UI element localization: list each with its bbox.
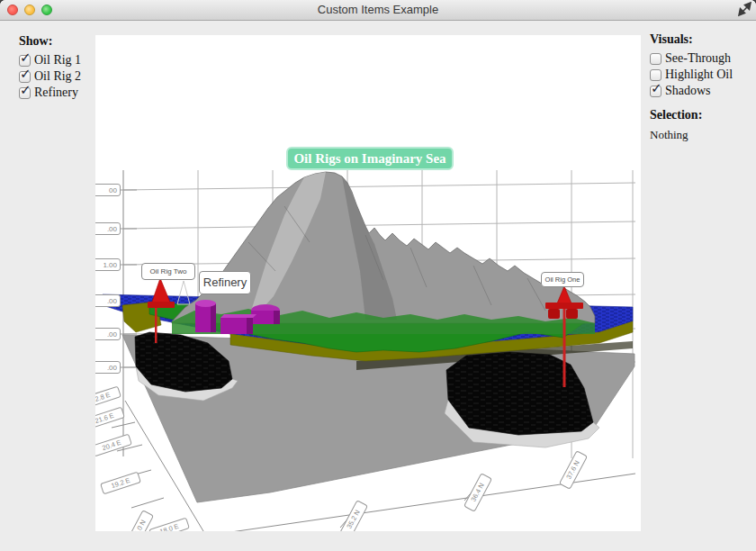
checkbox-label: Highlight Oil xyxy=(665,68,733,82)
checkbox-highlight-oil[interactable]: ✓ Highlight Oil xyxy=(650,67,733,83)
window-title: Custom Items Example xyxy=(0,0,756,20)
checkbox-box: ✓ xyxy=(650,86,662,97)
app-window: Custom Items Example Show: ✓ Oil Rig 1 ✓… xyxy=(0,0,756,551)
y-tick-label: .00 xyxy=(95,328,121,340)
checkbox-label: See-Through xyxy=(665,51,731,66)
mountain xyxy=(172,172,595,334)
label-oil-rig-one[interactable]: Oil Rig One xyxy=(541,272,584,287)
y-tick-label: .00 xyxy=(95,361,121,374)
y-tick-label: .00 xyxy=(95,222,121,235)
label-oil-rig-two[interactable]: Oil Rig Two xyxy=(141,263,195,280)
checkmark-icon: ✓ xyxy=(651,80,662,96)
checkbox-see-through[interactable]: ✓ See-Through xyxy=(650,50,733,67)
checkmark-icon: ✓ xyxy=(20,82,32,98)
surface-graph-view[interactable]: Oil Rigs on Imaginary Sea Oil Rig Two Re… xyxy=(95,35,641,531)
show-panel: Show: ✓ Oil Rig 1 ✓ Oil Rig 2 ✓ Refinery xyxy=(19,34,81,101)
selection-heading: Selection: xyxy=(650,108,733,122)
close-button[interactable] xyxy=(7,5,18,15)
graph-title: Oil Rigs on Imaginary Sea xyxy=(286,147,454,170)
selection-value: Nothing xyxy=(650,128,733,142)
visuals-heading: Visuals: xyxy=(650,32,733,47)
traffic-lights xyxy=(7,5,52,15)
y-tick-label: 1.00 xyxy=(95,258,121,271)
checkmark-icon: ✓ xyxy=(20,50,32,66)
checkbox-refinery[interactable]: ✓ Refinery xyxy=(19,85,81,101)
y-tick-label: .00 xyxy=(95,294,121,307)
minimize-button[interactable] xyxy=(24,5,35,15)
checkbox-box: ✓ xyxy=(650,53,662,65)
label-refinery[interactable]: Refinery xyxy=(199,271,251,294)
visuals-panel: Visuals: ✓ See-Through ✓ Highlight Oil ✓… xyxy=(650,32,733,142)
y-tick-label: 00 xyxy=(95,184,121,196)
checkmark-icon: ✓ xyxy=(20,66,32,82)
checkbox-label: Refinery xyxy=(34,86,78,100)
checkbox-label: Shadows xyxy=(665,84,711,98)
zoom-button[interactable] xyxy=(41,5,52,15)
checkbox-label: Oil Rig 1 xyxy=(34,53,81,68)
window-titlebar[interactable]: Custom Items Example xyxy=(0,0,756,21)
checkbox-shadows[interactable]: ✓ Shadows xyxy=(650,83,733,99)
checkbox-label: Oil Rig 2 xyxy=(34,69,81,84)
checkbox-box: ✓ xyxy=(19,87,31,99)
show-heading: Show: xyxy=(19,34,81,49)
resize-icon[interactable] xyxy=(735,1,755,20)
